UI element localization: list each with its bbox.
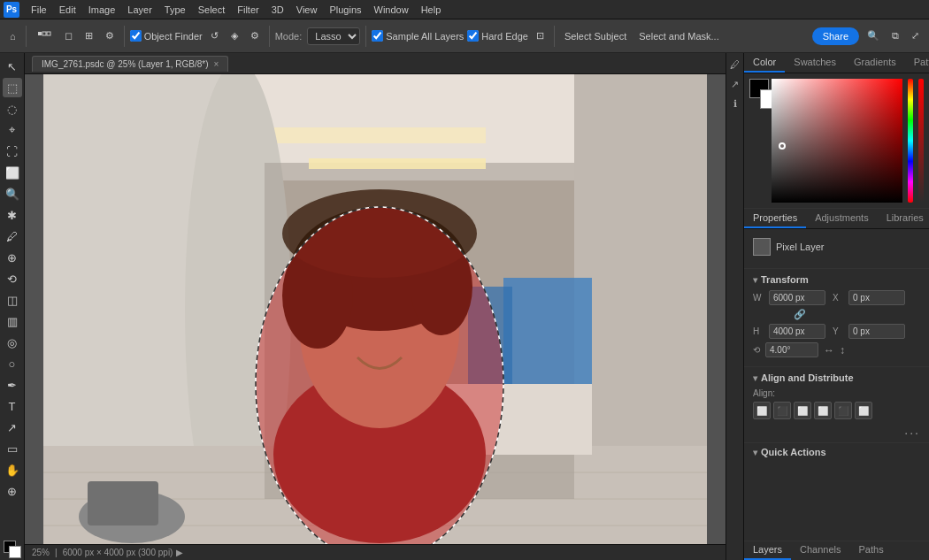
- transform-title[interactable]: ▾ Transform: [753, 274, 920, 285]
- tool-path-select[interactable]: ↗: [3, 418, 22, 437]
- align-top[interactable]: ⬜: [814, 402, 832, 419]
- select-subject-button[interactable]: Select Subject: [560, 28, 631, 44]
- tab-channels[interactable]: Channels: [791, 541, 849, 560]
- object-finder-checkbox[interactable]: Object Finder: [130, 30, 203, 42]
- settings-button-2[interactable]: ⚙: [246, 27, 264, 44]
- brush-preset-icon[interactable]: 🖊: [729, 58, 741, 71]
- tab-swatches[interactable]: Swatches: [785, 53, 845, 73]
- workspace-button[interactable]: ⧉: [887, 27, 903, 44]
- select-and-mask-button[interactable]: Select and Mask...: [634, 28, 724, 44]
- angle-input[interactable]: [765, 342, 818, 357]
- canvas-image: [43, 74, 707, 544]
- menu-edit[interactable]: Edit: [53, 0, 82, 19]
- share-button[interactable]: Share: [812, 27, 859, 45]
- sample-all-layers-checkbox[interactable]: Sample All Layers: [372, 30, 464, 42]
- align-right[interactable]: ⬜: [794, 402, 811, 419]
- color-picker-area[interactable]: [772, 79, 902, 203]
- hard-edge-checkbox[interactable]: Hard Edge: [467, 30, 528, 42]
- tab-close[interactable]: ×: [214, 59, 219, 69]
- h-input[interactable]: [769, 324, 825, 339]
- tool-stamp[interactable]: ⊕: [3, 248, 22, 267]
- menu-filter[interactable]: Filter: [231, 0, 265, 19]
- tab-gradients[interactable]: Gradients: [845, 53, 905, 73]
- tool-brush[interactable]: 🖊: [3, 226, 22, 246]
- document-tab[interactable]: IMG_2761.psdc @ 25% (Layer 1, RGB/8*) ×: [32, 56, 228, 72]
- expand-button[interactable]: ⤢: [907, 27, 924, 44]
- flip-h-icon[interactable]: ↔: [824, 344, 834, 357]
- align-left[interactable]: ⬜: [753, 402, 771, 419]
- canvas[interactable]: [25, 74, 726, 544]
- selection-options-button[interactable]: ◈: [226, 27, 242, 44]
- info-icon[interactable]: ℹ: [729, 97, 741, 110]
- svg-rect-1: [42, 32, 46, 35]
- tool-selection[interactable]: ⬚: [3, 78, 22, 97]
- tab-adjustments[interactable]: Adjustments: [806, 209, 878, 228]
- gradient-overlay: [772, 79, 902, 203]
- tool-crop[interactable]: ⛶: [3, 142, 22, 161]
- align-center-v[interactable]: ⬛: [834, 402, 852, 419]
- tab-color[interactable]: Color: [744, 53, 785, 73]
- menu-view[interactable]: View: [290, 0, 324, 19]
- menu-3d[interactable]: 3D: [265, 0, 290, 19]
- right-panels: Color Swatches Gradients Patterns: [743, 53, 929, 560]
- tool-type[interactable]: T: [3, 396, 22, 416]
- tab-properties[interactable]: Properties: [744, 209, 806, 228]
- y-label: Y: [833, 326, 845, 336]
- tool-spot-heal[interactable]: ✱: [3, 205, 22, 225]
- color-gradient-field[interactable]: [772, 79, 902, 203]
- share-panel-icon[interactable]: ↗: [729, 78, 741, 90]
- w-input[interactable]: [769, 290, 825, 305]
- layers-panel-tabs: Layers Channels Paths: [744, 541, 929, 560]
- align-bottom[interactable]: ⬜: [855, 402, 872, 419]
- tool-gradient[interactable]: ▥: [3, 311, 22, 331]
- tool-zoom[interactable]: ⊕: [3, 481, 22, 501]
- search-button[interactable]: 🔍: [863, 27, 884, 44]
- align-center-h[interactable]: ⬛: [773, 402, 791, 419]
- pixel-layer-row: Pixel Layer: [753, 234, 920, 263]
- tool-shape[interactable]: ▭: [3, 439, 22, 458]
- tab-paths[interactable]: Paths: [850, 541, 893, 560]
- menu-layer[interactable]: Layer: [121, 0, 158, 19]
- tool-lasso[interactable]: ◌: [3, 99, 22, 119]
- toolbar-settings[interactable]: ⚙: [101, 27, 119, 44]
- lasso-options-button[interactable]: [32, 26, 57, 47]
- home-button[interactable]: ⌂: [5, 28, 20, 44]
- tab-layers[interactable]: Layers: [744, 541, 791, 560]
- mode-select[interactable]: Lasso: [307, 27, 360, 45]
- menu-plugins[interactable]: Plugins: [323, 0, 367, 19]
- menu-file[interactable]: File: [25, 0, 53, 19]
- more-button[interactable]: ...: [753, 423, 920, 437]
- tab-patterns[interactable]: Patterns: [905, 53, 929, 73]
- x-input[interactable]: [848, 290, 905, 305]
- toolbar-extra-button[interactable]: ⊡: [532, 27, 549, 44]
- divider-1: [26, 26, 27, 47]
- flip-v-icon[interactable]: ↕: [840, 344, 845, 357]
- tool-quick-select[interactable]: ⌖: [3, 120, 22, 140]
- menu-help[interactable]: Help: [415, 0, 448, 19]
- tool-dodge[interactable]: ○: [3, 354, 22, 373]
- link-icon[interactable]: 🔗: [794, 309, 806, 320]
- tool-frame[interactable]: ⬜: [3, 163, 22, 182]
- quick-actions-title[interactable]: ▾ Quick Actions: [753, 447, 920, 457]
- tab-libraries[interactable]: Libraries: [878, 209, 929, 228]
- tool-pen[interactable]: ✒: [3, 375, 22, 395]
- fg-bg-colors[interactable]: [2, 539, 23, 560]
- hue-bar[interactable]: [908, 79, 913, 203]
- tool-hand[interactable]: ✋: [3, 460, 22, 479]
- menu-select[interactable]: Select: [192, 0, 232, 19]
- tool-eyedropper[interactable]: 🔍: [3, 184, 22, 203]
- alpha-bar[interactable]: [918, 79, 924, 203]
- tool-blur[interactable]: ◎: [3, 333, 22, 352]
- toolbar-option-2[interactable]: ◻: [60, 27, 77, 44]
- toolbar-option-3[interactable]: ⊞: [81, 27, 97, 44]
- y-input[interactable]: [848, 324, 905, 339]
- menu-image[interactable]: Image: [82, 0, 122, 19]
- refresh-button[interactable]: ↺: [206, 27, 223, 44]
- align-title[interactable]: ▾ Align and Distribute: [753, 372, 920, 383]
- tool-history-brush[interactable]: ⟲: [3, 269, 22, 288]
- tool-move[interactable]: ↖: [3, 57, 22, 76]
- tool-eraser[interactable]: ◫: [3, 290, 22, 310]
- menu-type[interactable]: Type: [158, 0, 192, 19]
- align-section: ▾ Align and Distribute Align: ⬜ ⬛ ⬜ ⬜ ⬛ …: [744, 367, 929, 443]
- menu-window[interactable]: Window: [368, 0, 415, 19]
